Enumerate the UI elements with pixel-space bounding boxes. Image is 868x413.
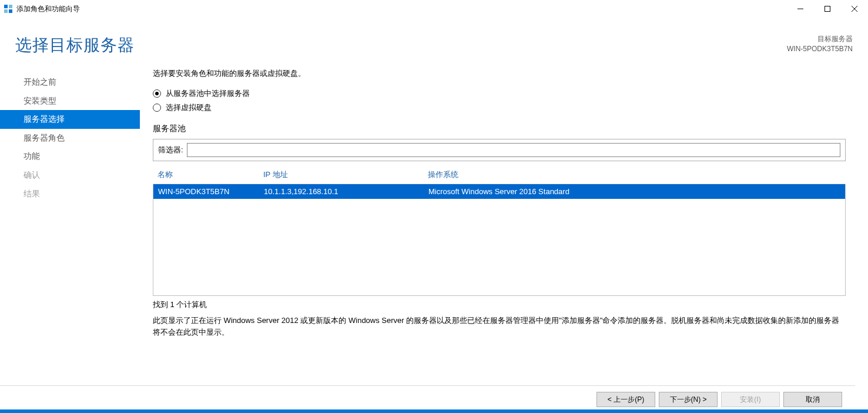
filter-row: 筛选器: [153,139,846,161]
cancel-button[interactable]: 取消 [783,392,842,407]
nav-item-6: 结果 [0,185,140,204]
svg-rect-5 [825,6,830,12]
window-controls [787,0,868,18]
col-header-name[interactable]: 名称 [157,169,263,180]
cell-name: WIN-5PODK3T5B7N [158,187,264,196]
found-text: 找到 1 个计算机 [153,299,846,310]
sidebar: 开始之前安装类型服务器选择服务器角色功能确认结果 [0,68,140,338]
table-row[interactable]: WIN-5PODK3T5B7N10.1.1.3,192.168.10.1Micr… [153,184,845,199]
filter-input[interactable] [187,143,840,157]
nav-item-4[interactable]: 功能 [0,147,140,166]
target-value: WIN-5PODK3T5B7N [787,44,853,54]
radio-vhd-label: 选择虚拟硬盘 [166,102,212,113]
description-text: 此页显示了正在运行 Windows Server 2012 或更新版本的 Win… [153,315,846,338]
col-header-os[interactable]: 操作系统 [428,169,841,180]
radio-unchecked-icon [153,104,161,112]
table-header: 名称 IP 地址 操作系统 [153,166,846,184]
titlebar-left: 添加角色和功能向导 [4,4,80,14]
prev-button[interactable]: < 上一步(P) [596,392,655,407]
radio-pool[interactable]: 从服务器池中选择服务器 [153,88,846,99]
radio-checked-icon [153,89,161,98]
nav-item-2[interactable]: 服务器选择 [0,110,140,129]
svg-rect-2 [4,9,8,13]
nav-item-0[interactable]: 开始之前 [0,73,140,92]
close-button[interactable] [841,0,868,18]
col-header-ip[interactable]: IP 地址 [263,169,428,180]
next-button[interactable]: 下一步(N) > [659,392,718,407]
footer: < 上一步(P) 下一步(N) > 安装(I) 取消 [0,385,855,407]
nav-item-5: 确认 [0,166,140,185]
instruction-text: 选择要安装角色和功能的服务器或虚拟硬盘。 [153,68,846,79]
window-title: 添加角色和功能向导 [16,4,80,14]
pool-title: 服务器池 [153,124,846,134]
header: 选择目标服务器 目标服务器 WIN-5PODK3T5B7N [0,18,868,61]
body: 开始之前安装类型服务器选择服务器角色功能确认结果 选择要安装角色和功能的服务器或… [0,61,868,338]
install-button: 安装(I) [721,392,780,407]
cell-ip: 10.1.1.3,192.168.10.1 [264,187,428,196]
page-title: 选择目标服务器 [15,34,135,56]
bottom-accent-bar [0,409,868,413]
table-body: WIN-5PODK3T5B7N10.1.1.3,192.168.10.1Micr… [153,184,846,296]
titlebar: 添加角色和功能向导 [0,0,868,18]
cell-os: Microsoft Windows Server 2016 Standard [428,187,840,196]
minimize-button[interactable] [787,0,814,18]
radio-vhd[interactable]: 选择虚拟硬盘 [153,102,846,113]
target-label: 目标服务器 [787,34,853,44]
maximize-button[interactable] [814,0,841,18]
app-icon [4,4,13,14]
main-content: 选择要安装角色和功能的服务器或虚拟硬盘。 从服务器池中选择服务器 选择虚拟硬盘 … [140,68,868,338]
target-info: 目标服务器 WIN-5PODK3T5B7N [787,34,853,54]
nav-item-3[interactable]: 服务器角色 [0,129,140,148]
nav-item-1[interactable]: 安装类型 [0,92,140,111]
filter-label: 筛选器: [158,143,183,157]
radio-pool-label: 从服务器池中选择服务器 [166,88,250,99]
svg-rect-0 [4,5,8,8]
svg-rect-3 [9,9,12,13]
svg-rect-1 [9,5,12,8]
